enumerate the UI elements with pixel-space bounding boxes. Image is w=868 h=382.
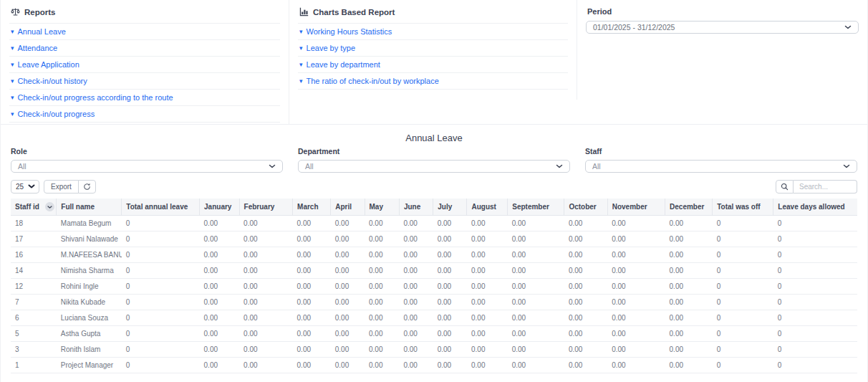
table-row: 16M.NAFEESA BANU00.000.000.000.000.000.0…: [11, 247, 857, 263]
table-cell: 0.00: [293, 310, 331, 326]
table-cell: 6: [11, 310, 57, 326]
column-header-staff-id[interactable]: Staff id: [11, 199, 57, 216]
report-link[interactable]: Check-in/out progress according to the r…: [18, 92, 173, 102]
column-header-july[interactable]: July: [433, 199, 467, 216]
table-cell: Project Manager: [57, 358, 122, 373]
column-header-november[interactable]: November: [607, 199, 665, 216]
report-link-item: ▾Working Hours Statistics: [298, 24, 568, 40]
column-header-full-name[interactable]: Full name: [57, 199, 122, 216]
table-cell: 0.00: [239, 216, 292, 231]
report-link-item: ▾Check-in/out progress according to the …: [9, 90, 280, 106]
table-cell: 0: [773, 247, 857, 263]
page-length-value: 25: [16, 183, 24, 191]
table-cell: Astha Gupta: [57, 326, 122, 342]
column-header-total-annual-leave[interactable]: Total annual leave: [122, 199, 200, 216]
table-cell: 0.00: [508, 342, 564, 358]
table-cell: 0.00: [564, 326, 607, 342]
column-header-june[interactable]: June: [399, 199, 433, 216]
department-label: Department: [298, 147, 570, 156]
table-cell: 0.00: [467, 216, 508, 231]
table-cell: 0.00: [293, 342, 331, 358]
refresh-button[interactable]: [78, 180, 96, 194]
column-header-may[interactable]: May: [365, 199, 399, 216]
table-cell: 14: [11, 263, 57, 279]
table-cell: 0.00: [200, 342, 240, 358]
column-header-february[interactable]: February: [239, 199, 292, 216]
column-header-january[interactable]: January: [200, 199, 240, 216]
export-button[interactable]: Export: [44, 180, 79, 194]
table-cell: 0.00: [293, 247, 331, 263]
table-row: 12Rohini Ingle00.000.000.000.000.000.000…: [11, 279, 857, 295]
table-cell: 0.00: [607, 310, 665, 326]
table-cell: 0: [122, 216, 200, 231]
table-cell: 0: [122, 231, 200, 247]
table-cell: 0.00: [467, 326, 508, 342]
table-cell: 0.00: [665, 231, 713, 247]
report-link[interactable]: Leave Application: [18, 59, 79, 70]
report-link[interactable]: Leave by type: [307, 43, 356, 53]
column-header-december[interactable]: December: [665, 199, 713, 216]
search-input[interactable]: [794, 180, 857, 194]
table-cell: 0.00: [467, 358, 508, 373]
report-link[interactable]: Working Hours Statistics: [307, 27, 392, 37]
sort-chevron-icon[interactable]: [45, 202, 54, 211]
table-cell: 0: [122, 279, 200, 295]
scales-icon: [11, 7, 20, 16]
table-cell: 0.00: [239, 310, 292, 326]
table-cell: 0.00: [331, 295, 365, 310]
department-select[interactable]: All: [298, 160, 570, 173]
column-header-october[interactable]: October: [564, 199, 607, 216]
reports-panel-title: Reports: [9, 6, 280, 24]
table-cell: 0.00: [200, 326, 240, 342]
report-link[interactable]: Annual Leave: [18, 27, 66, 37]
table-cell: 0.00: [607, 358, 665, 373]
report-link[interactable]: Attendance: [18, 43, 58, 53]
table-cell: 0.00: [564, 295, 607, 310]
role-select[interactable]: All: [11, 160, 283, 173]
report-link[interactable]: Leave by department: [307, 59, 380, 70]
period-select[interactable]: 01/01/2025 - 31/12/2025: [586, 21, 859, 34]
table-row: 7Nikita Kubade00.000.000.000.000.000.000…: [11, 295, 857, 310]
table-cell: 0.00: [331, 358, 365, 373]
table-cell: 0.00: [607, 342, 665, 358]
column-header-april[interactable]: April: [331, 199, 365, 216]
table-cell: 16: [11, 247, 57, 263]
report-link[interactable]: The ratio of check-in/out by workplace: [307, 76, 439, 86]
table-cell: 0.00: [607, 279, 665, 295]
column-header-label: October: [569, 203, 596, 211]
column-header-label: Leave days allowed: [778, 203, 844, 211]
table-body: 18Mamata Begum00.000.000.000.000.000.000…: [11, 216, 857, 373]
table-cell: 0: [122, 326, 200, 342]
column-header-march[interactable]: March: [293, 199, 331, 216]
table-cell: 0.00: [508, 358, 564, 373]
table-cell: 0.00: [433, 295, 467, 310]
table-cell: 0.00: [239, 342, 292, 358]
table-cell: 0.00: [331, 326, 365, 342]
column-header-leave-days-allowed[interactable]: Leave days allowed: [773, 199, 857, 216]
table-cell: 0.00: [564, 231, 607, 247]
caret-down-icon: ▾: [11, 28, 14, 35]
report-link-item: ▾Leave Application: [9, 57, 280, 73]
column-header-september[interactable]: September: [508, 199, 564, 216]
table-cell: 0.00: [365, 326, 399, 342]
report-link[interactable]: Check-in/out progress: [18, 109, 95, 119]
export-button-group: Export: [44, 180, 96, 194]
column-header-label: Total annual leave: [126, 203, 188, 211]
report-link-item: ▾Annual Leave: [9, 24, 280, 40]
table-cell: 0.00: [433, 263, 467, 279]
table-cell: 0: [122, 247, 200, 263]
report-link-item: ▾Leave by department: [298, 57, 568, 73]
table-cell: 0.00: [564, 279, 607, 295]
table-cell: Mamata Begum: [57, 216, 122, 231]
table-cell: 0.00: [508, 310, 564, 326]
staff-select[interactable]: All: [585, 160, 857, 173]
page-length-select[interactable]: 25: [11, 180, 39, 194]
role-select-value: All: [18, 162, 26, 171]
table-cell: 0.00: [607, 295, 665, 310]
column-header-total-was-off[interactable]: Total was off: [713, 199, 773, 216]
column-header-august[interactable]: August: [467, 199, 508, 216]
report-link[interactable]: Check-in/out history: [18, 76, 87, 86]
table-cell: 0.00: [200, 247, 240, 263]
table-cell: 0: [773, 295, 857, 310]
table-cell: 0.00: [467, 263, 508, 279]
